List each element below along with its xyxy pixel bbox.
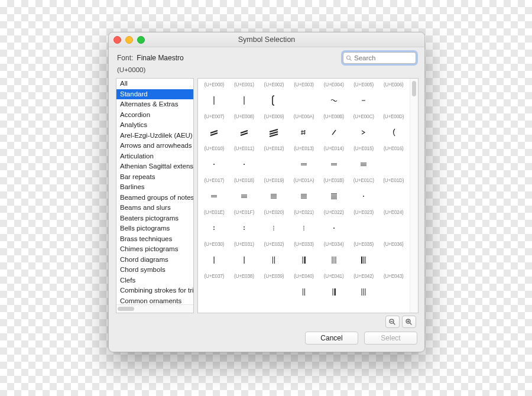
category-item[interactable]: Combining strokes for trills <box>116 285 193 296</box>
symbol-cell[interactable]: (U+E031) <box>229 241 259 272</box>
close-icon[interactable] <box>113 36 121 44</box>
symbol-cell[interactable]: (U+E038) <box>229 272 259 304</box>
symbol-cell[interactable]: (U+E021) <box>289 209 319 241</box>
symbol-cell[interactable]: (U+E016) <box>378 145 408 177</box>
symbol-cell[interactable]: (U+E007) <box>199 113 229 145</box>
svg-line-8 <box>241 133 248 135</box>
category-item[interactable]: Chord symbols <box>116 265 193 275</box>
symbol-cell[interactable]: (U+E043) <box>378 272 408 304</box>
category-item[interactable]: Beamed groups of notes <box>116 193 193 203</box>
symbol-glyph <box>319 183 349 209</box>
symbol-cell[interactable]: (U+E00D) <box>378 113 408 145</box>
symbol-glyph <box>259 87 289 113</box>
symbol-glyph <box>229 87 259 113</box>
symbol-cell[interactable]: (U+E001) <box>229 81 259 113</box>
category-list[interactable]: AllStandardAlternates & ExtrasAccordionA… <box>116 78 194 313</box>
category-item[interactable]: Chimes pictograms <box>116 244 193 255</box>
symbol-cell[interactable]: (U+E042) <box>349 272 379 304</box>
symbol-cell[interactable]: (U+E002) <box>259 81 289 113</box>
symbol-cell[interactable]: (U+E032) <box>259 241 289 272</box>
symbol-cell[interactable]: (U+E034) <box>319 241 349 272</box>
symbol-cell[interactable]: (U+E035) <box>349 241 379 272</box>
zoom-icon[interactable] <box>137 36 145 44</box>
category-item[interactable]: Analytics <box>116 120 193 131</box>
symbol-cell[interactable]: (U+E004) <box>319 81 349 113</box>
symbol-cell[interactable]: (U+E024) <box>378 209 408 241</box>
symbol-code: (U+E015) <box>353 146 374 151</box>
symbol-code: (U+E006) <box>384 82 404 87</box>
symbol-cell[interactable]: (U+E019) <box>259 177 289 209</box>
symbol-cell[interactable]: (U+E037) <box>199 272 229 304</box>
select-button[interactable]: Select <box>364 332 417 345</box>
symbol-cell[interactable]: (U+E040) <box>289 272 319 304</box>
symbol-glyph <box>259 151 289 177</box>
category-scrollbar-h[interactable] <box>116 304 193 313</box>
symbol-cell[interactable]: (U+E033) <box>289 241 319 272</box>
symbol-glyph <box>229 279 259 304</box>
symbol-cell[interactable]: (U+E01A) <box>289 177 319 209</box>
grid-scrollbar-v[interactable] <box>410 79 418 313</box>
search-field[interactable] <box>343 52 416 64</box>
symbol-grid: (U+E000)(U+E001)(U+E002)(U+E003)(U+E004)… <box>197 78 419 313</box>
category-item[interactable]: Articulation <box>116 151 193 162</box>
symbol-cell[interactable]: (U+E005) <box>349 81 379 113</box>
symbol-code: (U+E00C) <box>353 114 374 119</box>
symbol-cell[interactable]: (U+E011) <box>229 145 259 177</box>
symbol-code: (U+E038) <box>234 274 254 279</box>
symbol-cell[interactable]: (U+E012) <box>259 145 289 177</box>
category-item[interactable]: Brass techniques <box>116 234 193 245</box>
symbol-glyph <box>319 215 349 241</box>
category-item[interactable]: Common ornaments <box>116 296 193 305</box>
symbol-cell[interactable]: (U+E01F) <box>229 209 259 241</box>
minimize-icon[interactable] <box>125 36 133 44</box>
symbol-cell[interactable]: (U+E01C) <box>349 177 379 209</box>
symbol-cell[interactable]: (U+E003) <box>289 81 319 113</box>
symbol-cell[interactable]: (U+E018) <box>229 177 259 209</box>
category-item[interactable]: Clefs <box>116 275 193 286</box>
search-input[interactable] <box>354 54 413 61</box>
symbol-cell[interactable]: (U+E020) <box>259 209 289 241</box>
symbol-cell[interactable]: (U+E041) <box>319 272 349 304</box>
category-item[interactable]: Beaters pictograms <box>116 213 193 224</box>
category-item[interactable]: Bells pictograms <box>116 223 193 234</box>
symbol-cell[interactable]: (U+E01B) <box>319 177 349 209</box>
symbol-glyph <box>349 183 379 209</box>
category-item[interactable]: Beams and slurs <box>116 203 193 213</box>
category-item[interactable]: Bar repeats <box>116 172 193 183</box>
symbol-glyph <box>319 151 349 177</box>
symbol-cell[interactable]: (U+E009) <box>259 113 289 145</box>
cancel-button[interactable]: Cancel <box>305 332 358 345</box>
symbol-cell[interactable]: (U+E010) <box>199 145 229 177</box>
symbol-cell[interactable]: (U+E00C) <box>349 113 379 145</box>
symbol-cell[interactable]: (U+E015) <box>349 145 379 177</box>
category-item[interactable]: Alternates & Extras <box>116 99 193 110</box>
svg-line-11 <box>270 134 278 137</box>
symbol-cell[interactable]: (U+E039) <box>259 272 289 304</box>
zoom-in-button[interactable] <box>402 316 416 328</box>
symbol-cell[interactable]: (U+E01D) <box>378 177 408 209</box>
symbol-cell[interactable]: (U+E030) <box>199 241 229 272</box>
category-item[interactable]: Accordion <box>116 110 193 121</box>
category-item[interactable]: All <box>116 79 193 89</box>
symbol-cell[interactable]: (U+E000) <box>199 81 229 113</box>
symbol-cell[interactable]: (U+E014) <box>319 145 349 177</box>
category-item[interactable]: Barlines <box>116 182 193 193</box>
symbol-cell[interactable]: (U+E00B) <box>319 113 349 145</box>
category-item[interactable]: Athenian Sagittal extensions <box>116 161 193 172</box>
category-item[interactable]: Standard <box>116 89 193 100</box>
symbol-cell[interactable]: (U+E017) <box>199 177 229 209</box>
category-item[interactable]: Chord diagrams <box>116 255 193 265</box>
symbol-cell[interactable]: (U+E00A) <box>289 113 319 145</box>
symbol-cell[interactable]: (U+E006) <box>378 81 408 113</box>
symbol-glyph <box>349 279 379 304</box>
symbol-cell[interactable]: (U+E023) <box>349 209 379 241</box>
category-item[interactable]: Arel-Ezgi-Uzdilek (AEU) <box>116 131 193 141</box>
symbol-cell[interactable]: (U+E008) <box>229 113 259 145</box>
symbol-cell[interactable]: (U+E022) <box>319 209 349 241</box>
symbol-cell[interactable]: (U+E036) <box>378 241 408 272</box>
symbol-cell[interactable]: (U+E013) <box>289 145 319 177</box>
category-item[interactable]: Arrows and arrowheads <box>116 141 193 151</box>
svg-rect-71 <box>334 288 335 296</box>
zoom-out-button[interactable] <box>385 316 400 328</box>
symbol-cell[interactable]: (U+E01E) <box>199 209 229 241</box>
